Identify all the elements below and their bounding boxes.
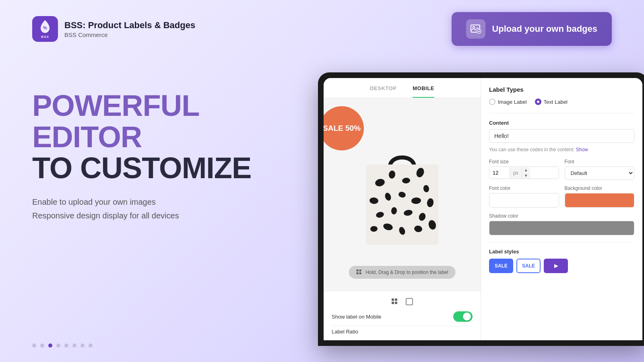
content-input[interactable]	[489, 129, 634, 143]
product-bag-svg	[358, 142, 446, 251]
font-size-unit: px	[510, 167, 522, 179]
font-size-label: Font size	[489, 159, 559, 165]
color-row: Font color Background color	[489, 185, 634, 208]
preview-bottom: Show label on Mobile Label Ratio	[324, 291, 481, 340]
font-size-down[interactable]: ▼	[522, 173, 530, 179]
font-size-input-row: px ▲ ▼	[489, 167, 559, 179]
divider-1	[489, 113, 634, 113]
dot-4[interactable]	[56, 343, 60, 348]
codes-hint: You can use these codes in the content: …	[489, 147, 634, 152]
image-label-option[interactable]: Image Label	[489, 99, 527, 105]
header: % BSS BSS: Product Labels & Badges BSS C…	[0, 0, 644, 58]
font-field: Font Default	[565, 159, 635, 180]
hero-text: POWERFUL EDITOR TO CUSTOMIZE Enable to u…	[32, 74, 306, 222]
font-size-field: Font size px ▲ ▼	[489, 159, 559, 180]
svg-rect-28	[357, 272, 359, 274]
brand-logo: % BSS	[32, 16, 58, 42]
divider-2	[489, 242, 634, 242]
preview-panel: DESKTOP MOBILE SALE 50%	[324, 78, 481, 340]
carousel-dots[interactable]	[32, 343, 93, 348]
drag-hint: Hold, Drag & Drop to position the label	[349, 266, 456, 279]
grid-view-icon[interactable]	[390, 297, 400, 306]
brand-subtitle: BSS Commerce	[64, 31, 195, 38]
hero-subtitle-line2: Responsive design display for all device…	[32, 211, 179, 220]
style-purple[interactable]: ▶	[544, 259, 568, 273]
toggle-row: Show label on Mobile	[332, 311, 473, 322]
svg-rect-29	[359, 272, 361, 274]
text-label-text: Text Label	[544, 99, 568, 105]
device-mockup: DESKTOP MOBILE SALE 50%	[318, 72, 644, 346]
preview-tabs: DESKTOP MOBILE	[324, 78, 481, 98]
dot-3[interactable]	[48, 343, 52, 348]
text-label-option[interactable]: Text Label	[535, 99, 568, 105]
svg-rect-34	[406, 298, 413, 305]
style-swatches: SALE SALE ▶	[489, 259, 634, 273]
dot-8[interactable]	[89, 343, 93, 348]
brand-title: BSS: Product Labels & Badges	[64, 20, 195, 31]
hero-title-line2: TO CUSTOMIZE	[32, 152, 306, 184]
settings-panel: Label Types Image Label Text Label Conte…	[481, 78, 642, 340]
label-types-title: Label Types	[489, 86, 634, 93]
font-size-input[interactable]	[489, 167, 510, 179]
dot-1[interactable]	[32, 343, 36, 348]
svg-point-2	[473, 27, 475, 29]
upload-button-label: Upload your own badges	[492, 24, 597, 34]
shadow-color-swatch[interactable]	[489, 221, 634, 235]
font-color-label: Font color	[489, 185, 559, 191]
brand-text: BSS: Product Labels & Badges BSS Commerc…	[64, 20, 195, 38]
background-color-field: Background color	[565, 185, 635, 208]
single-view-icon[interactable]	[405, 297, 414, 306]
label-types: Image Label Text Label	[489, 99, 634, 105]
brand: % BSS BSS: Product Labels & Badges BSS C…	[32, 16, 195, 42]
tab-desktop[interactable]: DESKTOP	[370, 85, 396, 98]
svg-rect-26	[357, 269, 359, 272]
content-label: Content	[489, 120, 634, 126]
svg-text:%: %	[43, 25, 47, 30]
show-codes-link[interactable]: Show	[576, 147, 588, 152]
dot-2[interactable]	[40, 343, 44, 348]
hero-subtitle: Enable to upload your own images Respons…	[32, 195, 306, 222]
font-color-field: Font color	[489, 185, 559, 208]
dot-7[interactable]	[80, 343, 85, 348]
dot-5[interactable]	[64, 343, 68, 348]
style-blue-outline[interactable]: SALE	[516, 259, 541, 273]
font-settings-row: Font size px ▲ ▼ Font	[489, 159, 634, 180]
upload-icon	[466, 19, 485, 39]
font-select[interactable]: Default	[565, 167, 635, 180]
font-size-up[interactable]: ▲	[522, 167, 530, 173]
label-styles-title: Label styles	[489, 249, 634, 255]
hero-title-line1: POWERFUL EDITOR	[32, 90, 306, 152]
device-frame: DESKTOP MOBILE SALE 50%	[318, 72, 644, 346]
label-ratio: Label Ratio	[332, 326, 473, 335]
bss-label: BSS	[41, 35, 49, 39]
svg-rect-33	[395, 302, 397, 304]
svg-rect-31	[395, 298, 397, 301]
show-mobile-toggle[interactable]	[453, 311, 473, 322]
svg-rect-32	[392, 302, 394, 304]
drag-hint-text: Hold, Drag & Drop to position the label	[366, 269, 448, 275]
shadow-color-field: Shadow color	[489, 213, 634, 235]
hero-subtitle-line1: Enable to upload your own images	[32, 197, 156, 206]
text-label-radio[interactable]	[535, 99, 541, 105]
device-screen: DESKTOP MOBILE SALE 50%	[324, 78, 642, 340]
image-label-radio[interactable]	[489, 99, 495, 105]
preview-area: SALE 50%	[324, 98, 481, 291]
svg-rect-30	[392, 298, 394, 301]
tab-mobile[interactable]: MOBILE	[413, 85, 434, 98]
view-icons	[332, 297, 473, 306]
font-size-spinner: ▲ ▼	[522, 167, 530, 179]
dot-6[interactable]	[72, 343, 76, 348]
style-blue[interactable]: SALE	[489, 259, 513, 273]
toggle-label: Show label on Mobile	[332, 314, 382, 320]
font-label: Font	[565, 159, 635, 165]
background-color-label: Background color	[565, 185, 635, 191]
font-color-swatch[interactable]	[489, 193, 559, 208]
upload-badges-button[interactable]: Upload your own badges	[452, 12, 612, 46]
svg-rect-27	[359, 269, 361, 272]
background-color-swatch[interactable]	[565, 193, 635, 208]
image-label-text: Image Label	[498, 99, 527, 105]
product-image	[358, 142, 446, 247]
shadow-color-label: Shadow color	[489, 213, 634, 219]
